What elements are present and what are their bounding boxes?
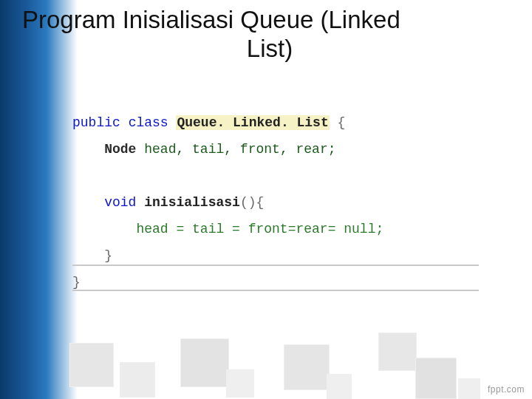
square-icon (69, 343, 114, 387)
square-icon (378, 332, 417, 371)
square-icon (458, 378, 480, 399)
title-line2: List) (22, 35, 517, 64)
code-block: public class Queue. Linked. List { Node … (72, 109, 510, 296)
square-icon (180, 338, 229, 387)
type-node: Node (104, 142, 136, 157)
close-brace-method: } (104, 248, 112, 263)
slide-title: Program Inisialisasi Queue (Linked List) (22, 6, 517, 64)
method-parens: (){ (240, 195, 264, 210)
method-name: inisialisasi (144, 195, 240, 210)
title-line1: Program Inisialisasi Queue (Linked (22, 6, 400, 33)
code-line-2: Node head, tail, front, rear; (72, 136, 510, 163)
close-brace-class: } (72, 275, 81, 290)
code-line-3: void inisialisasi(){ (72, 189, 510, 216)
square-icon (226, 369, 254, 398)
method-body: head = tail = front=rear= null; (136, 222, 383, 236)
divider-line-2 (72, 290, 479, 291)
square-icon (284, 344, 330, 390)
keyword-void: void (104, 195, 136, 210)
class-name: Queue. Linked. List (176, 115, 329, 130)
code-line-6: } (72, 269, 510, 296)
square-icon (120, 362, 155, 398)
code-line-1: public class Queue. Linked. List { (72, 109, 510, 136)
field-list: head, tail, front, rear; (144, 142, 335, 157)
decorative-squares (47, 310, 532, 399)
divider-line-1 (72, 265, 479, 266)
keyword-class: class (129, 115, 168, 130)
keyword-public: public (72, 115, 120, 130)
square-icon (327, 374, 352, 399)
code-blank-1 (72, 163, 510, 189)
open-brace: { (338, 115, 346, 130)
square-icon (415, 358, 457, 399)
footer-attribution: fppt.com (488, 384, 525, 395)
code-line-4: head = tail = front=rear= null; (72, 216, 510, 242)
